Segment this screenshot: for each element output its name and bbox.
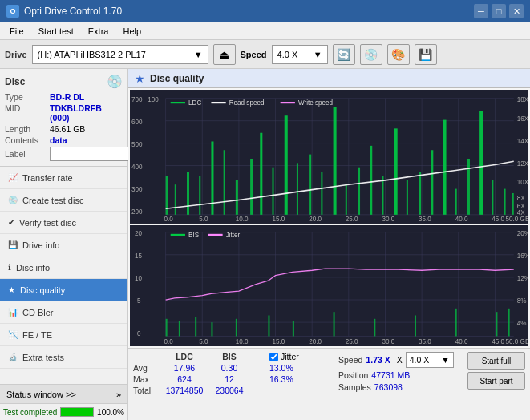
menu-file[interactable]: File [3,25,30,38]
nav-label: Drive info [22,240,59,250]
status-window-label: Status window >> [6,390,76,399]
nav-verify-test-disc[interactable]: ✔ Verify test disc [0,212,127,234]
mid-val: TDKBLDRFB (000) [50,103,123,123]
status-window-arrow: » [116,390,121,399]
svg-rect-61 [382,176,383,214]
disc-type-row: Type BD-R DL [5,92,123,102]
svg-text:15: 15 [135,251,142,259]
svg-text:20%: 20% [517,228,528,236]
jitter-checkbox[interactable] [269,353,278,361]
nav-create-test-disc[interactable]: 💿 Create test disc [0,189,127,212]
eject-button[interactable]: ⏏ [213,44,236,65]
samples-row: Samples 763098 [338,382,463,392]
svg-rect-53 [285,115,288,215]
refresh-button[interactable]: 🔄 [333,44,355,65]
drive-select[interactable]: (H:) ATAPI iHBS312 2 PL17 ▼ [32,45,208,64]
avg-jitter: 13.0% [269,363,310,373]
speed-label-static: Speed [338,355,362,365]
svg-rect-119 [195,317,196,336]
bis-chart: 20 15 10 5 0 20% 16% 12% 8% 4% 0.0 5.0 1… [130,225,528,346]
svg-text:12X: 12X [517,159,528,167]
svg-text:10.0: 10.0 [236,337,249,345]
speed-value: 1.73 X [366,355,390,365]
start-part-button[interactable]: Start part [467,372,525,390]
svg-text:35.0: 35.0 [419,337,431,345]
nav-label: Transfer rate [22,173,73,183]
svg-rect-132 [208,233,222,235]
max-ldc: 624 [164,374,205,384]
minimize-button[interactable]: ─ [474,4,488,18]
nav-icon: ✔ [8,218,14,227]
svg-text:25.0: 25.0 [346,215,358,223]
speed-label: Speed [241,50,267,59]
avg-ldc: 17.96 [164,363,205,373]
svg-rect-125 [374,318,375,336]
svg-text:0: 0 [137,329,141,337]
svg-rect-124 [334,312,335,336]
nav-cd-bler[interactable]: 📊 CD Bler [0,301,127,324]
max-label: Max [133,374,160,384]
ldc-chart-svg: 700 600 500 400 300 200 100 18X 16X 14X … [130,90,528,224]
cd-icon-btn[interactable]: 💿 [360,44,382,65]
speed-dropdown[interactable]: 4.0 X ▼ [406,352,454,368]
bis-chart-svg: 20 15 10 5 0 20% 16% 12% 8% 4% 0.0 5.0 1… [130,225,528,346]
nav-label: Create test disc [22,196,83,205]
svg-text:200: 200 [131,208,143,216]
disc-icon: 💿 [107,74,123,89]
col-bis-header: BIS [208,352,250,361]
svg-text:5: 5 [137,297,141,305]
svg-text:45.0: 45.0 [492,337,504,345]
svg-rect-50 [250,159,253,215]
start-full-button[interactable]: Start full [467,352,525,370]
svg-rect-45 [187,172,189,215]
nav-label: Disc quality [20,285,65,295]
svg-text:40.0: 40.0 [455,215,468,223]
nav-extra-tests[interactable]: 🔬 Extra tests [0,346,127,369]
avg-bis: 0.30 [208,363,250,373]
nav-disc-info[interactable]: ℹ Disc info [0,256,127,279]
menu-start-test[interactable]: Start test [32,25,80,38]
svg-rect-75 [211,102,225,103]
svg-rect-77 [281,102,295,103]
maximize-button[interactable]: □ [492,4,506,18]
svg-rect-68 [467,159,470,215]
status-window-button[interactable]: Status window >> » [0,385,127,404]
menu-extra[interactable]: Extra [82,25,115,38]
svg-text:500: 500 [131,140,143,148]
drive-label: Drive [5,50,27,59]
svg-rect-54 [297,163,298,214]
nav-label: Verify test disc [19,218,76,228]
progress-row: Test completed 100.0% [0,404,127,420]
nav-icon: 🔬 [8,353,18,361]
samples-label: Samples [338,382,371,392]
save-button[interactable]: 💾 [415,44,437,65]
speed-select[interactable]: 4.0 X ▼ [272,45,328,64]
mid-key: MID [5,103,47,113]
svg-rect-56 [321,172,322,215]
right-panel: ★ Disc quality [128,69,530,420]
jitter-checkbox-row: Jitter [269,352,310,361]
settings-button[interactable]: 🎨 [387,44,410,65]
speed-dropdown-arrow: ▼ [441,355,449,365]
svg-rect-71 [504,189,506,215]
svg-rect-118 [179,321,180,336]
svg-rect-128 [496,312,497,336]
svg-text:Read speed: Read speed [229,99,265,107]
contents-key: Contents [5,135,47,145]
svg-text:600: 600 [131,118,143,126]
nav-transfer-rate[interactable]: 📈 Transfer rate [0,167,127,189]
svg-text:5.0: 5.0 [199,215,208,223]
progress-pct: 100.0% [97,408,124,417]
drive-bar: Drive (H:) ATAPI iHBS312 2 PL17 ▼ ⏏ Spee… [0,40,530,69]
close-button[interactable]: ✕ [509,4,524,18]
nav-drive-info[interactable]: 💾 Drive info [0,234,127,256]
nav-fe-te[interactable]: 📉 FE / TE [0,324,127,346]
samples-value: 763098 [374,382,403,392]
svg-rect-130 [171,233,185,235]
svg-rect-73 [171,102,185,103]
menu-help[interactable]: Help [116,25,148,38]
menu-bar: File Start test Extra Help [0,22,530,40]
nav-disc-quality[interactable]: ★ Disc quality [0,279,127,301]
total-bis: 230064 [208,386,250,395]
ldc-chart: 700 600 500 400 300 200 100 18X 16X 14X … [130,90,528,224]
